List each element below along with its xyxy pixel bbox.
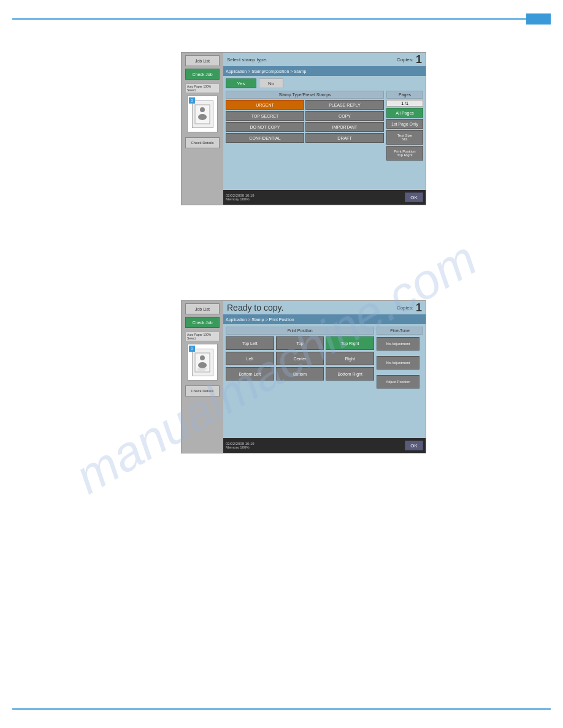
screen1-title: Select stamp type. [227, 57, 267, 63]
paper-icon-2 [192, 349, 213, 376]
pos-row-3: Bottom Left Bottom Bottom Right [226, 367, 374, 381]
adjust-position-button[interactable]: Adjust Position [377, 375, 419, 389]
screen1-bottom-bar: 02/02/2008 10:19 Memory 100% OK [223, 190, 426, 205]
stamp-top-secret[interactable]: TOP SECRET [226, 111, 304, 121]
screen2-status: 02/02/2008 10:19 Memory 100% [226, 442, 255, 449]
screen1-stamp-content: Stamp Type/Preset Stamps URGENT PLEASE R… [223, 89, 426, 162]
screen2-copies-area: Copies: 1 [397, 301, 422, 314]
ok-button-2[interactable]: OK [405, 441, 423, 450]
print-position-button[interactable]: Print Position Top Right [386, 146, 423, 161]
page-num-badge-2: 0 [189, 346, 195, 352]
pages-header: Pages [386, 91, 423, 99]
pos-row-2: Left Center Right [226, 352, 374, 365]
first-page-button[interactable]: 1st Page Only [386, 119, 423, 129]
screen1-yes-no-bar: Yes No [223, 76, 426, 89]
svg-point-4 [200, 355, 205, 360]
document-icon-1 [194, 104, 211, 125]
print-position-section: Print Position Top Left Top Top Right Le… [226, 327, 374, 389]
all-pages-button[interactable]: All Pages [386, 108, 423, 118]
pos-top[interactable]: Top [276, 336, 324, 350]
stamp-urgent[interactable]: URGENT [226, 100, 304, 110]
screen1-pages-section: Pages 1 /1 All Pages 1st Page Only Text … [386, 91, 423, 161]
fine-tune-header: Fine-Tune [377, 327, 423, 335]
screen2-breadcrumb: Application > Stamp > Print Position [223, 314, 426, 324]
check-details-button-1[interactable]: Check Details [185, 137, 220, 148]
top-right-box [526, 13, 551, 25]
pos-bottom[interactable]: Bottom [276, 367, 324, 381]
stamp-grid: URGENT PLEASE REPLY TOP SECRET COPY DO N… [226, 100, 384, 143]
screen1-status: 02/02/2008 10:19 Memory 100% [226, 194, 255, 201]
stamp-type-header: Stamp Type/Preset Stamps [226, 91, 384, 99]
screen2-panel: Job List Check Job Auto Paper 100% Selec… [181, 300, 426, 453]
job-list-button-2[interactable]: Job List [185, 303, 220, 314]
pos-center[interactable]: Center [276, 352, 324, 365]
bottom-line [12, 708, 551, 710]
screen1-stamp-left: Stamp Type/Preset Stamps URGENT PLEASE R… [226, 91, 384, 161]
document-icon-2 [194, 352, 211, 373]
paper-preview-2: 0 [187, 344, 218, 381]
screen1-main-area: Select stamp type. Copies: 1 Application… [223, 53, 426, 205]
yes-button-1[interactable]: Yes [226, 78, 256, 88]
fine-tune-btn-2[interactable]: No Adjustment [377, 356, 419, 370]
ok-button-1[interactable]: OK [405, 192, 423, 202]
screen1-copies-number: 1 [416, 53, 422, 66]
text-size-button[interactable]: Text Size Std. [386, 130, 423, 145]
fine-tune-buttons: No Adjustment No Adjustment Adjust Posit… [377, 337, 423, 389]
svg-point-1 [200, 107, 205, 112]
svg-point-5 [198, 362, 207, 368]
page-counter: 1 /1 [386, 100, 423, 107]
paper-preview-1: 0 [187, 96, 218, 132]
screen2-bottom-bar: 02/02/2008 10:19 Memory 100% OK [223, 438, 426, 453]
check-job-button-1[interactable]: Check Job [185, 69, 220, 80]
screen2-content: Print Position Top Left Top Top Right Le… [223, 324, 426, 391]
pos-bottom-right[interactable]: Bottom Right [326, 367, 374, 381]
screen2-copies-label: Copies: [397, 305, 413, 311]
stamp-copy[interactable]: COPY [305, 111, 384, 121]
pos-row-1: Top Left Top Top Right [226, 336, 374, 350]
screen2-copies-number: 1 [416, 301, 422, 314]
pos-left[interactable]: Left [226, 352, 274, 365]
pos-top-right[interactable]: Top Right [326, 336, 374, 350]
no-button-1[interactable]: No [259, 78, 283, 88]
svg-point-2 [198, 114, 207, 120]
screen2-title: Ready to copy. [227, 303, 283, 313]
print-position-header: Print Position [226, 327, 374, 335]
stamp-draft[interactable]: DRAFT [305, 133, 384, 143]
pos-bottom-left[interactable]: Bottom Left [226, 367, 274, 381]
paper-info-1: Auto Paper 100% Select [185, 83, 220, 93]
stamp-do-not-copy[interactable]: DO NOT COPY [226, 122, 304, 132]
job-list-button-1[interactable]: Job List [185, 55, 220, 66]
fine-tune-btn-1[interactable]: No Adjustment [377, 337, 419, 351]
screen2-left-panel: Job List Check Job Auto Paper 100% Selec… [182, 301, 223, 453]
paper-icon-1 [192, 100, 213, 128]
fine-tune-section: Fine-Tune No Adjustment No Adjustment Ad… [377, 327, 423, 389]
paper-info-2: Auto Paper 100% Select [185, 332, 220, 341]
screen2-main-area: Ready to copy. Copies: 1 Application > S… [223, 301, 426, 453]
stamp-please-reply[interactable]: PLEASE REPLY [305, 100, 384, 110]
screen1-top-bar: Select stamp type. Copies: 1 [223, 53, 426, 66]
screen2-top-bar: Ready to copy. Copies: 1 [223, 301, 426, 314]
page-num-badge-1: 0 [189, 97, 195, 104]
screen1-copies-label: Copies: [397, 57, 413, 63]
screen1-copies-area: Copies: 1 [397, 53, 422, 66]
check-details-button-2[interactable]: Check Details [185, 385, 220, 396]
check-job-button-2[interactable]: Check Job [185, 317, 220, 328]
screen1-breadcrumb: Application > Stamp/Composition > Stamp [223, 66, 426, 76]
top-line [12, 18, 551, 20]
stamp-confidential[interactable]: CONFIDENTIAL [226, 133, 304, 143]
screen1-panel: Job List Check Job Auto Paper 100% Selec… [181, 52, 426, 205]
screen1-left-panel: Job List Check Job Auto Paper 100% Selec… [182, 53, 223, 205]
pos-top-left[interactable]: Top Left [226, 336, 274, 350]
stamp-important[interactable]: IMPORTANT [305, 122, 384, 132]
pos-right[interactable]: Right [326, 352, 374, 365]
